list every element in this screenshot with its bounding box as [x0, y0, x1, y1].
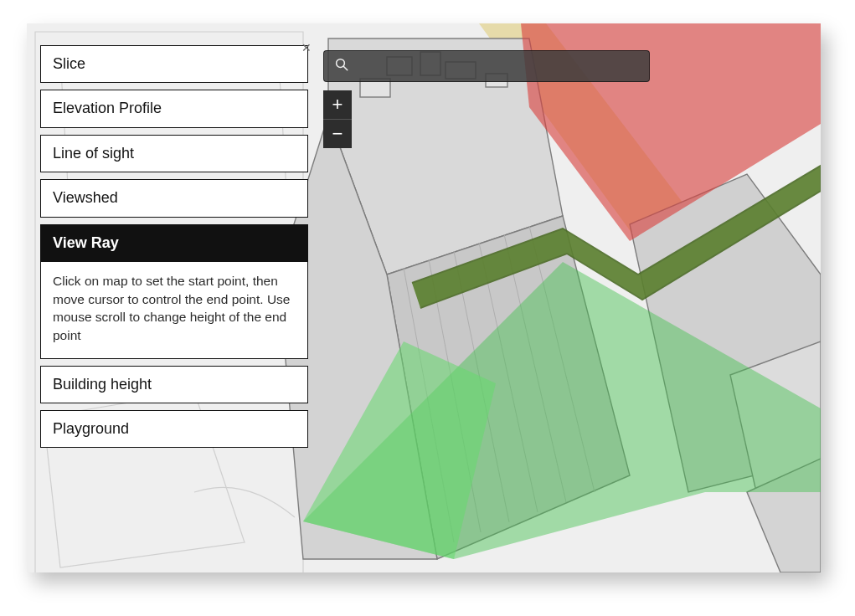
svg-line-19: [343, 66, 348, 70]
close-icon[interactable]: ✕: [300, 42, 313, 55]
zoom-out-button[interactable]: −: [323, 120, 352, 148]
zoom-in-button[interactable]: +: [323, 90, 352, 120]
tool-item-building-height[interactable]: Building height: [40, 366, 308, 403]
zoom-controls: + −: [323, 90, 352, 148]
tool-item-elevation-profile[interactable]: Elevation Profile: [40, 90, 308, 127]
tool-item-view-ray[interactable]: View Ray: [40, 224, 308, 262]
tool-item-playground[interactable]: Playground: [40, 410, 308, 448]
tool-item-viewshed[interactable]: Viewshed: [40, 179, 308, 217]
tool-item-line-of-sight[interactable]: Line of sight: [40, 135, 308, 172]
search-input[interactable]: [358, 59, 639, 74]
app-window: Exhibition St Exhibition St: [27, 23, 821, 572]
tool-item-slice[interactable]: Slice: [40, 45, 308, 83]
search-bar[interactable]: [323, 50, 650, 82]
tools-panel: ✕ Slice Elevation Profile Line of sight …: [40, 45, 308, 448]
tool-description: Click on map to set the start point, the…: [40, 262, 308, 359]
search-icon: [334, 57, 349, 75]
